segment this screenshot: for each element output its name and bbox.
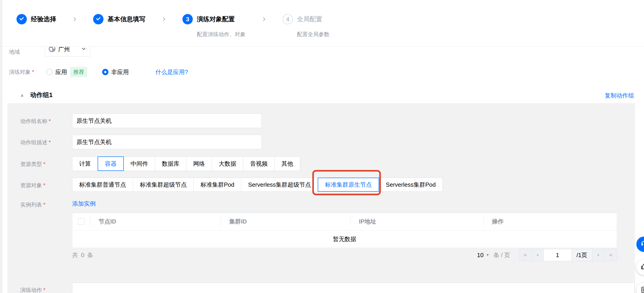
- resource-type-option[interactable]: 音视频: [243, 156, 275, 171]
- step-4-subtitle: 配置全局参数: [297, 31, 330, 38]
- radio-app-label: 应用: [55, 68, 67, 76]
- resource-type-group: 计算 容器 中间件 数据库 网络 大数据 音视频 其他: [72, 156, 300, 171]
- total-pages-text: /1页: [572, 249, 592, 261]
- table-header-row: 节点ID 集群ID IP地址 操作: [72, 212, 617, 230]
- check-icon: [96, 16, 101, 23]
- resource-type-option[interactable]: 大数据: [212, 156, 243, 171]
- column-header-cluster-id: 集群ID: [220, 213, 350, 230]
- resource-type-label: 资源类型*: [20, 160, 45, 168]
- required-asterisk: *: [43, 202, 45, 208]
- exercise-action-label: 演练动作*: [20, 286, 45, 293]
- radio-non-app-label: 非应用: [111, 68, 129, 76]
- group-name-input[interactable]: [72, 114, 262, 128]
- prev-page-button[interactable]: [532, 249, 544, 261]
- resource-type-option[interactable]: 其他: [274, 156, 300, 171]
- last-page-button[interactable]: [604, 249, 617, 261]
- resource-type-option-selected[interactable]: 容器: [98, 156, 124, 171]
- column-header-operation: 操作: [484, 213, 617, 230]
- thumbs-up-icon: [640, 263, 644, 271]
- total-count-text: 共 0 条: [72, 251, 94, 259]
- resource-type-option[interactable]: 计算: [72, 156, 98, 171]
- step-3-label: 演练对象配置: [197, 15, 235, 24]
- headset-icon: [640, 240, 644, 249]
- exercise-action-box[interactable]: [72, 283, 634, 293]
- step-2-label: 基本信息填写: [108, 15, 146, 24]
- resource-object-option-selected[interactable]: 标准集群原生节点: [318, 178, 379, 192]
- table-empty-state: 暂无数据: [72, 230, 617, 248]
- step-4-label: 全局配置: [297, 15, 322, 24]
- step-4-number: 4: [286, 16, 289, 23]
- page: 经验选择 基本信息填写 3 演练对象配: [0, 0, 644, 293]
- resource-object-group: 标准集群普通节点 标准集群超级节点 标准集群Pod Serverless集群超级…: [72, 178, 443, 192]
- resource-object-label: 资源对象*: [20, 182, 45, 189]
- step-wizard: 经验选择 基本信息填写 3 演练对象配: [0, 0, 644, 47]
- chevron-right-icon: [161, 17, 167, 23]
- action-group-header[interactable]: ▲ 动作组1: [20, 91, 52, 99]
- resource-object-option[interactable]: Serverless集群超级节点: [241, 178, 318, 192]
- target-label: 演练对象: [9, 68, 31, 76]
- check-icon: [19, 16, 24, 23]
- radio-app[interactable]: [46, 69, 52, 75]
- group-name-label: 动作组名称*: [20, 118, 51, 125]
- page-left-edge: [0, 0, 2, 293]
- select-all-cell: [72, 213, 90, 230]
- required-asterisk: *: [49, 118, 51, 124]
- next-page-button[interactable]: [592, 249, 604, 261]
- radio-non-app[interactable]: [102, 69, 108, 75]
- pagination-bar: 共 0 条 10 ▼ 条 / 页 /1页: [72, 249, 617, 261]
- resource-type-option[interactable]: 中间件: [124, 156, 155, 171]
- step-2-circle: [93, 14, 104, 24]
- column-header-ip: IP地址: [350, 213, 484, 230]
- resource-object-option[interactable]: 标准集群超级节点: [133, 178, 194, 192]
- recommended-badge: 推荐: [70, 67, 87, 77]
- chevron-right-icon: [261, 17, 267, 23]
- step-3[interactable]: 3 演练对象配置 配置演练动作、对象: [182, 14, 246, 38]
- required-asterisk: *: [49, 139, 51, 145]
- caret-down-icon: ▼: [486, 253, 489, 257]
- instance-table: 节点ID 集群ID IP地址 操作 暂无数据: [72, 212, 617, 248]
- resource-type-option[interactable]: 数据库: [155, 156, 186, 171]
- resource-object-option[interactable]: 标准集群Pod: [194, 178, 241, 192]
- instance-list-label: 实例列表*: [20, 201, 45, 208]
- collapse-icon[interactable]: ▲: [20, 93, 24, 98]
- pager-controls: /1页: [519, 249, 617, 261]
- step-1-circle: [16, 14, 27, 24]
- action-group-panel: 动作组名称* 动作组描述* 资源类型* 计算 容器 中间件 数据库 网络 大数据…: [8, 103, 635, 293]
- survey-fab[interactable]: [636, 283, 644, 293]
- document-icon: [640, 286, 644, 293]
- step-2[interactable]: 基本信息填写: [93, 14, 146, 24]
- required-asterisk: *: [43, 161, 45, 167]
- resource-object-option[interactable]: Serverless集群Pod: [379, 178, 443, 192]
- feedback-fab[interactable]: [636, 259, 644, 275]
- required-asterisk: *: [32, 69, 34, 75]
- chevron-right-icon: [72, 17, 77, 23]
- step-3-circle: 3: [182, 14, 193, 24]
- add-instance-link[interactable]: 添加实例: [72, 200, 96, 208]
- page-number-input[interactable]: [544, 249, 572, 261]
- select-all-checkbox[interactable]: [78, 218, 84, 225]
- region-label: 地域: [9, 48, 20, 56]
- group-desc-input[interactable]: [72, 135, 262, 149]
- step-4-circle: 4: [282, 14, 293, 24]
- page-size-select[interactable]: 10 ▼: [477, 252, 490, 259]
- copy-action-group-link[interactable]: 复制动作组: [605, 92, 634, 100]
- resource-type-option[interactable]: 网络: [186, 156, 212, 171]
- step-4[interactable]: 4 全局配置 配置全局参数: [282, 14, 330, 38]
- chevron-down-icon: [81, 46, 86, 52]
- step-3-number: 3: [186, 16, 189, 23]
- step-3-subtitle: 配置演练动作、对象: [197, 31, 246, 38]
- first-page-button[interactable]: [519, 249, 532, 261]
- support-fab[interactable]: [636, 236, 644, 252]
- action-group-title: 动作组1: [30, 91, 53, 99]
- step-1[interactable]: 经验选择: [16, 14, 56, 24]
- column-header-node-id: 节点ID: [90, 213, 221, 230]
- what-is-app-link[interactable]: 什么是应用?: [155, 68, 188, 76]
- step-1-label: 经验选择: [31, 15, 56, 24]
- resource-object-option[interactable]: 标准集群普通节点: [72, 178, 133, 192]
- group-desc-label: 动作组描述*: [20, 139, 51, 146]
- per-page-text: 条 / 页: [493, 251, 510, 259]
- required-asterisk: *: [43, 182, 45, 188]
- required-asterisk: *: [43, 287, 45, 293]
- target-row: 演练对象 * 应用 推荐 非应用 什么是应用?: [9, 67, 188, 77]
